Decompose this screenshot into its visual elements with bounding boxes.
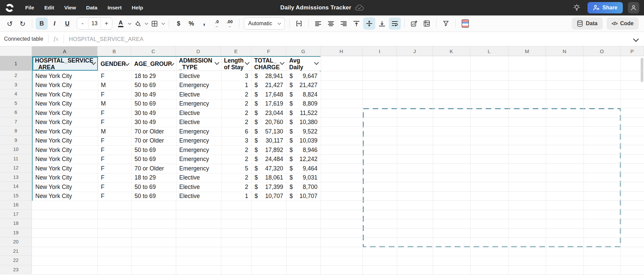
column-header-C[interactable]: C bbox=[131, 46, 176, 56]
cell-B4[interactable]: F bbox=[98, 90, 132, 100]
cell-E15[interactable]: 1 bbox=[222, 192, 252, 201]
cell-B7[interactable]: F bbox=[98, 118, 132, 127]
table-header-G1[interactable]: AvgDaily bbox=[287, 57, 321, 71]
menu-edit[interactable]: Edit bbox=[39, 5, 59, 11]
column-header-I[interactable]: I bbox=[363, 46, 397, 56]
column-header-D[interactable]: D bbox=[176, 46, 221, 56]
align-right-button[interactable] bbox=[338, 17, 350, 30]
cell-C8[interactable]: 70 or Older bbox=[132, 127, 177, 136]
cell-A11[interactable]: New York City bbox=[33, 155, 98, 164]
cell-E8[interactable]: 6 bbox=[222, 127, 252, 136]
cell-A14[interactable]: New York City bbox=[33, 183, 98, 192]
cell-E2[interactable]: 3 bbox=[222, 72, 252, 81]
cell-F7[interactable]: $20,760 bbox=[252, 118, 287, 127]
cell-F8[interactable]: $57,130 bbox=[252, 127, 287, 136]
cell-A13[interactable]: New York City bbox=[33, 173, 98, 183]
percent-format-button[interactable]: % bbox=[185, 17, 197, 30]
column-header-F[interactable]: F bbox=[251, 46, 286, 56]
cell-A15[interactable]: New York City bbox=[33, 192, 98, 201]
cell-B2[interactable]: F bbox=[98, 72, 132, 81]
cell-G3[interactable]: $21,427 bbox=[287, 81, 321, 90]
table-header-D1[interactable]: ADMISSION_TYPE bbox=[177, 57, 222, 71]
cell-C4[interactable]: 30 to 49 bbox=[132, 90, 177, 100]
cell-E12[interactable]: 5 bbox=[222, 164, 252, 173]
column-header-P[interactable]: P bbox=[620, 46, 644, 56]
bold-button[interactable]: B bbox=[36, 17, 48, 30]
cell-G13[interactable]: $9,031 bbox=[287, 173, 321, 183]
row-header-2[interactable]: 2 bbox=[0, 71, 32, 80]
row-header-5[interactable]: 5 bbox=[0, 99, 32, 108]
cell-E9[interactable]: 3 bbox=[222, 136, 252, 146]
cell-F3[interactable]: $21,427 bbox=[252, 81, 287, 90]
row-header-8[interactable]: 8 bbox=[0, 126, 32, 136]
merge-cells-button[interactable] bbox=[293, 17, 305, 30]
italic-button[interactable]: I bbox=[48, 17, 61, 30]
cell-G6[interactable]: $11,522 bbox=[287, 109, 321, 118]
cell-D15[interactable]: Elective bbox=[177, 192, 222, 201]
cell-B9[interactable]: F bbox=[98, 136, 132, 146]
cell-F12[interactable]: $47,320 bbox=[252, 164, 287, 173]
cell-C14[interactable]: 50 to 69 bbox=[132, 183, 177, 192]
cell-C10[interactable]: 50 to 69 bbox=[132, 146, 177, 155]
column-header-M[interactable]: M bbox=[508, 46, 546, 56]
cell-A8[interactable]: New York City bbox=[33, 127, 98, 136]
borders-dropdown-icon[interactable] bbox=[160, 17, 166, 30]
increase-decimal-button[interactable]: .00→ bbox=[224, 17, 236, 30]
cell-D8[interactable]: Emergency bbox=[177, 127, 222, 136]
vertical-scrollbar-thumb[interactable] bbox=[641, 58, 643, 82]
borders-button[interactable] bbox=[149, 17, 159, 30]
cell-G7[interactable]: $10,380 bbox=[287, 118, 321, 127]
row-header-19[interactable]: 19 bbox=[0, 228, 32, 238]
cell-B8[interactable]: M bbox=[98, 127, 132, 136]
cell-B15[interactable]: F bbox=[98, 192, 132, 201]
table-header-C1[interactable]: AGE_GROUP bbox=[132, 57, 177, 71]
currency-format-button[interactable]: $ bbox=[173, 17, 185, 30]
column-header-L[interactable]: L bbox=[470, 46, 508, 56]
cell-C5[interactable]: 50 to 69 bbox=[132, 100, 177, 109]
align-left-button[interactable] bbox=[312, 17, 324, 30]
fill-color-dropdown-icon[interactable] bbox=[143, 17, 149, 30]
row-header-23[interactable]: 23 bbox=[0, 265, 32, 275]
cell-F11[interactable]: $24,484 bbox=[252, 155, 287, 164]
row-header-10[interactable]: 10 bbox=[0, 145, 32, 154]
align-center-button[interactable] bbox=[325, 17, 337, 30]
cell-B11[interactable]: F bbox=[98, 155, 132, 164]
cell-C11[interactable]: 50 to 69 bbox=[132, 155, 177, 164]
table-header-B1[interactable]: GENDER bbox=[98, 57, 132, 71]
cell-G9[interactable]: $10,039 bbox=[287, 136, 321, 146]
vertical-align-middle-button[interactable] bbox=[363, 17, 375, 30]
cell-A2[interactable]: New York City bbox=[33, 72, 98, 81]
cell-A5[interactable]: New York City bbox=[33, 100, 98, 109]
cell-F6[interactable]: $23,044 bbox=[252, 109, 287, 118]
row-header-22[interactable]: 22 bbox=[0, 256, 32, 265]
column-header-J[interactable]: J bbox=[397, 46, 433, 56]
cell-F14[interactable]: $17,399 bbox=[252, 183, 287, 192]
cell-E7[interactable]: 2 bbox=[222, 118, 252, 127]
font-size-value[interactable]: 13 bbox=[88, 18, 101, 29]
column-header-G[interactable]: G bbox=[286, 46, 320, 56]
vertical-align-top-button[interactable] bbox=[350, 17, 363, 30]
formula-input[interactable]: HOSPITAL_SERVICE_AREA bbox=[69, 36, 144, 42]
row-header-9[interactable]: 9 bbox=[0, 136, 32, 145]
cell-G14[interactable]: $8,700 bbox=[287, 183, 321, 192]
cell-G11[interactable]: $12,242 bbox=[287, 155, 321, 164]
row-header-18[interactable]: 18 bbox=[0, 219, 32, 228]
cell-A6[interactable]: New York City bbox=[33, 109, 98, 118]
row-header-21[interactable]: 21 bbox=[0, 247, 32, 256]
menu-view[interactable]: View bbox=[59, 5, 81, 11]
cell-B12[interactable]: F bbox=[98, 164, 132, 173]
cell-F10[interactable]: $17,892 bbox=[252, 146, 287, 155]
font-size-decrease-button[interactable]: - bbox=[77, 20, 88, 27]
row-header-17[interactable]: 17 bbox=[0, 210, 32, 219]
column-header-N[interactable]: N bbox=[546, 46, 583, 56]
row-header-4[interactable]: 4 bbox=[0, 89, 32, 99]
cell-E3[interactable]: 1 bbox=[222, 81, 252, 90]
menu-insert[interactable]: Insert bbox=[103, 5, 127, 11]
account-avatar-button[interactable] bbox=[628, 2, 639, 13]
menu-file[interactable]: File bbox=[20, 5, 39, 11]
text-color-button[interactable]: A bbox=[116, 17, 126, 30]
cell-E13[interactable]: 2 bbox=[222, 173, 252, 183]
cell-D2[interactable]: Elective bbox=[177, 72, 222, 81]
column-header-A[interactable]: A bbox=[32, 46, 98, 56]
text-color-dropdown-icon[interactable] bbox=[126, 17, 132, 30]
